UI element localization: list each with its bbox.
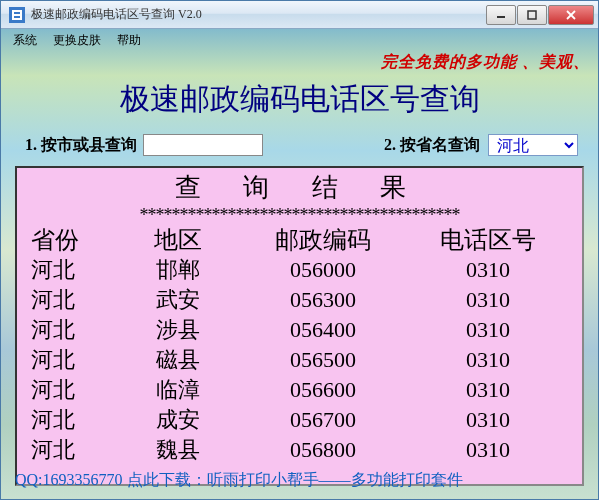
- app-icon: [9, 7, 25, 23]
- cell-area: 魏县: [123, 435, 233, 465]
- search-city-label: 1. 按市或县查询: [25, 135, 137, 156]
- page-title: 极速邮政编码电话区号查询: [1, 73, 598, 130]
- svg-rect-2: [14, 12, 20, 14]
- footer-qq: QQ:1693356770: [15, 471, 123, 488]
- header-zip: 邮政编码: [233, 225, 413, 255]
- svg-rect-3: [14, 16, 20, 18]
- footer: QQ:1693356770 点此下载：听雨打印小帮手——多功能打印套件: [15, 470, 584, 491]
- header-province: 省份: [23, 225, 123, 255]
- scrolling-banner: 完全免费的多功能 、美观、: [1, 51, 598, 73]
- menu-help[interactable]: 帮助: [111, 30, 147, 51]
- province-select[interactable]: 河北: [488, 134, 578, 156]
- header-area: 地区: [123, 225, 233, 255]
- search-city-input[interactable]: [143, 134, 263, 156]
- cell-zip: 056300: [233, 285, 413, 315]
- cell-tel: 0310: [413, 315, 563, 345]
- cell-zip: 056000: [233, 255, 413, 285]
- app-window: 极速邮政编码电话区号查询 V2.0 系统 更换皮肤 帮助 完全免费的多功能 、美…: [0, 0, 599, 500]
- cell-area: 邯郸: [123, 255, 233, 285]
- cell-province: 河北: [23, 405, 123, 435]
- results-panel: 查 询 结 果 ********************************…: [15, 166, 584, 486]
- footer-download-link[interactable]: 听雨打印小帮手——多功能打印套件: [207, 471, 463, 488]
- table-row: 河北临漳0566000310: [17, 375, 582, 405]
- results-header-row: 省份 地区 邮政编码 电话区号: [17, 225, 582, 255]
- cell-area: 磁县: [123, 345, 233, 375]
- search-row: 1. 按市或县查询 2. 按省名查询 河北: [1, 130, 598, 166]
- titlebar[interactable]: 极速邮政编码电话区号查询 V2.0: [1, 1, 598, 29]
- header-tel: 电话区号: [413, 225, 563, 255]
- cell-zip: 056600: [233, 375, 413, 405]
- table-row: 河北涉县0564000310: [17, 315, 582, 345]
- cell-zip: 056800: [233, 435, 413, 465]
- results-title: 查 询 结 果: [17, 168, 582, 205]
- cell-province: 河北: [23, 315, 123, 345]
- minimize-button[interactable]: [486, 5, 516, 25]
- results-rows: 河北邯郸0560000310河北武安0563000310河北涉县05640003…: [17, 255, 582, 465]
- table-row: 河北魏县0568000310: [17, 435, 582, 465]
- cell-tel: 0310: [413, 375, 563, 405]
- results-divider: ****************************************: [17, 205, 582, 225]
- table-row: 河北成安0567000310: [17, 405, 582, 435]
- cell-province: 河北: [23, 345, 123, 375]
- cell-tel: 0310: [413, 435, 563, 465]
- window-title: 极速邮政编码电话区号查询 V2.0: [31, 6, 485, 23]
- cell-province: 河北: [23, 375, 123, 405]
- table-row: 河北武安0563000310: [17, 285, 582, 315]
- cell-zip: 056700: [233, 405, 413, 435]
- cell-tel: 0310: [413, 345, 563, 375]
- cell-tel: 0310: [413, 405, 563, 435]
- cell-province: 河北: [23, 435, 123, 465]
- footer-download-prefix: 点此下载：: [123, 471, 207, 488]
- svg-rect-1: [12, 10, 22, 20]
- cell-zip: 056400: [233, 315, 413, 345]
- maximize-button[interactable]: [517, 5, 547, 25]
- cell-province: 河北: [23, 285, 123, 315]
- table-row: 河北邯郸0560000310: [17, 255, 582, 285]
- menu-system[interactable]: 系统: [7, 30, 43, 51]
- close-button[interactable]: [548, 5, 594, 25]
- cell-tel: 0310: [413, 285, 563, 315]
- cell-zip: 056500: [233, 345, 413, 375]
- cell-area: 涉县: [123, 315, 233, 345]
- menu-skin[interactable]: 更换皮肤: [47, 30, 107, 51]
- cell-province: 河北: [23, 255, 123, 285]
- menubar: 系统 更换皮肤 帮助: [1, 29, 598, 51]
- cell-area: 临漳: [123, 375, 233, 405]
- search-province-label: 2. 按省名查询: [384, 135, 480, 156]
- cell-area: 成安: [123, 405, 233, 435]
- cell-area: 武安: [123, 285, 233, 315]
- cell-tel: 0310: [413, 255, 563, 285]
- svg-rect-5: [528, 11, 536, 19]
- window-controls: [485, 5, 594, 25]
- table-row: 河北磁县0565000310: [17, 345, 582, 375]
